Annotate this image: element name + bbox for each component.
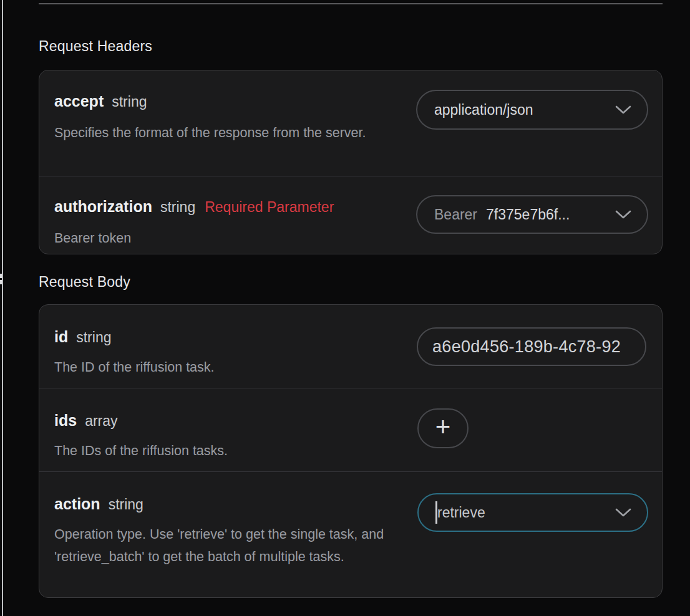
id-input[interactable]: a6e0d456-189b-4c78-92 xyxy=(417,327,646,366)
param-row-id: id string The ID of the riffusion task. … xyxy=(39,305,662,388)
param-row-authorization: authorization string Required Parameter … xyxy=(39,176,662,255)
request-headers-panel: accept string Specifies the format of th… xyxy=(39,70,663,254)
select-value: 7f375e7b6f... xyxy=(486,206,570,223)
chevron-down-icon xyxy=(615,105,632,115)
param-name: authorization xyxy=(54,197,152,216)
select-value-prefix: Bearer xyxy=(434,206,477,223)
ids-add-button[interactable]: + xyxy=(417,408,469,448)
param-row-ids: ids array The IDs of the riffusion tasks… xyxy=(39,388,662,471)
section-top-divider xyxy=(39,3,663,4)
request-body-label: Request Body xyxy=(39,273,130,291)
param-title: ids array xyxy=(54,411,647,430)
select-value: application/json xyxy=(434,102,533,118)
param-type: array xyxy=(85,411,117,430)
param-type: string xyxy=(76,328,111,347)
left-edge-mark xyxy=(0,274,2,278)
plus-icon: + xyxy=(435,414,451,440)
action-select[interactable]: retrieve xyxy=(417,493,648,532)
authorization-select[interactable]: Bearer 7f375e7b6f... xyxy=(416,195,648,234)
param-type: string xyxy=(112,92,147,111)
required-parameter-badge: Required Parameter xyxy=(205,198,334,216)
param-row-accept: accept string Specifies the format of th… xyxy=(39,70,662,176)
param-name: accept xyxy=(54,92,104,110)
left-edge-mark xyxy=(0,280,2,284)
chevron-down-icon xyxy=(615,508,632,517)
param-description: The IDs of the riffusion tasks. xyxy=(54,440,396,462)
request-body-panel: id string The ID of the riffusion task. … xyxy=(39,304,663,598)
param-name: ids xyxy=(54,411,77,430)
param-name: action xyxy=(54,494,100,513)
accept-select[interactable]: application/json xyxy=(416,90,648,130)
api-playground-page: Request Headers accept string Specifies … xyxy=(0,0,690,616)
left-edge-scrollbar[interactable] xyxy=(2,0,3,616)
request-headers-label: Request Headers xyxy=(39,37,152,55)
select-value: retrieve xyxy=(437,504,485,521)
param-type: string xyxy=(109,495,143,514)
param-name: id xyxy=(54,327,68,346)
param-description: Operation type. Use 'retrieve' to get th… xyxy=(54,523,396,568)
param-row-action: action string Operation type. Use 'retri… xyxy=(39,472,662,599)
input-value: a6e0d456-189b-4c78-92 xyxy=(432,337,621,357)
param-description: The ID of the riffusion task. xyxy=(54,356,396,378)
param-type: string xyxy=(160,198,195,216)
param-description: Specifies the format of the response fro… xyxy=(54,122,396,144)
chevron-down-icon xyxy=(615,209,632,219)
param-description: Bearer token xyxy=(54,227,396,249)
